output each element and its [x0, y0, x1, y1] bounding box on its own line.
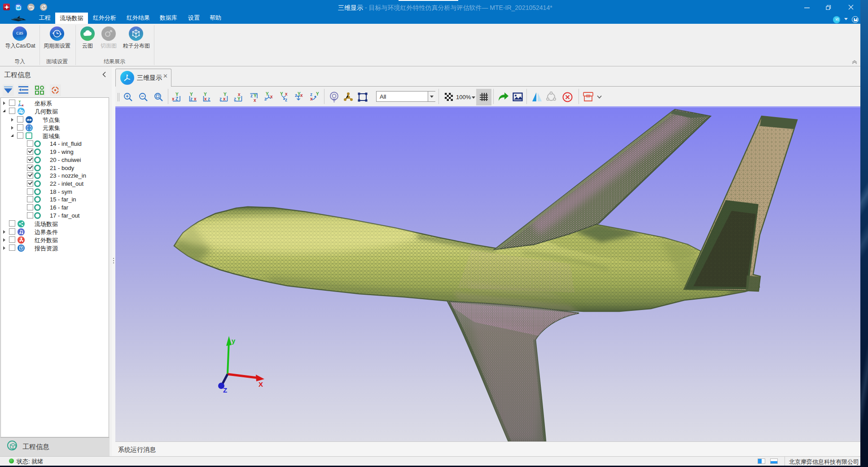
- svg-text:Z: Z: [175, 96, 178, 101]
- svg-text:z: z: [18, 103, 20, 106]
- svg-text:Y: Y: [237, 96, 241, 101]
- svg-text:z: z: [250, 93, 253, 98]
- svg-text:x: x: [270, 94, 273, 99]
- svg-text:Y: Y: [19, 100, 21, 103]
- svg-text:x: x: [172, 96, 175, 101]
- svg-text:z: z: [234, 96, 236, 101]
- svg-text:z: z: [190, 96, 193, 101]
- svg-text:x: x: [194, 96, 197, 101]
- svg-text:Y: Y: [316, 92, 319, 96]
- svg-text:x: x: [204, 96, 207, 101]
- svg-text:z: z: [295, 93, 297, 98]
- svg-text:z: z: [264, 96, 267, 101]
- svg-text:z: z: [208, 96, 210, 101]
- svg-text:z: z: [285, 97, 287, 102]
- svg-text:x: x: [310, 96, 313, 101]
- svg-text:x: x: [223, 96, 226, 101]
- svg-text:x: x: [254, 98, 256, 102]
- svg-text:z: z: [219, 96, 222, 101]
- svg-text:Z: Z: [223, 386, 227, 394]
- svg-text:y: y: [232, 337, 236, 345]
- svg-text:X: X: [259, 380, 263, 388]
- svg-text:Y: Y: [280, 92, 283, 96]
- svg-text:x: x: [300, 93, 303, 98]
- svg-text:x: x: [22, 103, 24, 107]
- svg-text:x: x: [285, 92, 288, 96]
